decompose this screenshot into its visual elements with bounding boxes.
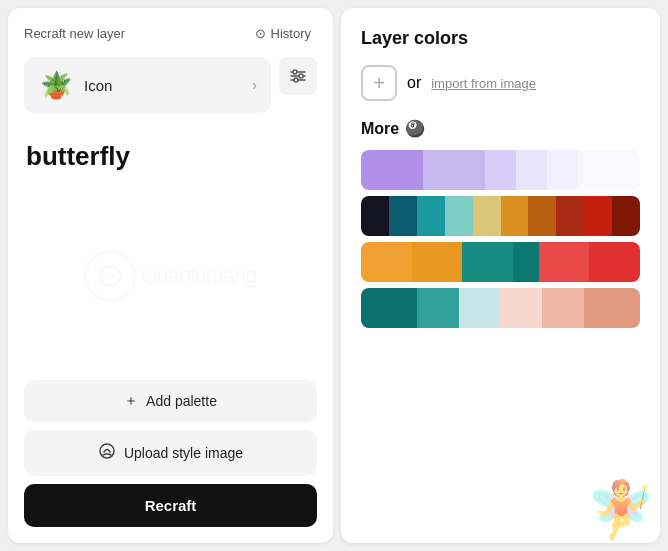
add-palette-button[interactable]: ＋ Add palette [24, 380, 317, 422]
swatch [445, 196, 473, 236]
swatch [578, 150, 640, 190]
swatch [584, 288, 640, 328]
right-panel: Layer colors + or import from image More… [341, 8, 660, 543]
selected-icon-label: Icon [84, 77, 112, 94]
history-icon: ⊙ [255, 26, 266, 41]
add-color-button[interactable]: + [361, 65, 397, 101]
palette-row[interactable] [361, 196, 640, 236]
swatch [473, 196, 501, 236]
swatch [547, 150, 578, 190]
add-color-row: + or import from image [361, 65, 640, 101]
swatch [612, 196, 640, 236]
chevron-right-icon: › [252, 77, 257, 93]
swatch [423, 150, 485, 190]
swatch [539, 242, 590, 282]
palette-row[interactable] [361, 242, 640, 282]
recraft-button[interactable]: Recraft [24, 484, 317, 527]
svg-point-9 [100, 444, 114, 458]
import-label: or [407, 74, 421, 92]
swatch [556, 196, 584, 236]
swatch [462, 242, 513, 282]
more-text: More [361, 120, 399, 138]
add-palette-icon: ＋ [124, 392, 138, 410]
recraft-label: Recraft [145, 497, 197, 514]
swatch [542, 288, 584, 328]
swatch [589, 242, 640, 282]
palette-row[interactable] [361, 150, 640, 190]
bottom-actions: ＋ Add palette Upload style image Recraft [24, 380, 317, 527]
icon-selector[interactable]: 🪴 Icon › [24, 57, 271, 113]
swatch [584, 196, 612, 236]
upload-style-label: Upload style image [124, 445, 243, 461]
watermark-icon [84, 250, 136, 302]
swatch [417, 196, 445, 236]
swatch [361, 288, 417, 328]
svg-point-5 [294, 78, 298, 82]
palette-grid [361, 150, 640, 328]
search-text: butterfly [24, 141, 317, 172]
watermark: Quantrimang [84, 250, 256, 302]
add-palette-label: Add palette [146, 393, 217, 409]
corner-decoration: 🧚 [586, 477, 656, 543]
swatch [459, 288, 501, 328]
more-label: More 🎱 [361, 119, 640, 138]
swatch [361, 150, 423, 190]
svg-point-4 [299, 74, 303, 78]
swatch [500, 288, 542, 328]
history-button[interactable]: ⊙ History [249, 24, 317, 43]
import-from-image-link[interactable]: import from image [431, 76, 536, 91]
swatch [528, 196, 556, 236]
watermark-area: Quantrimang [24, 182, 317, 370]
swatch [361, 242, 412, 282]
svg-point-3 [293, 70, 297, 74]
swatch [417, 288, 459, 328]
swatch [516, 150, 547, 190]
icon-selector-left: 🪴 Icon [38, 67, 112, 103]
swatch [513, 242, 538, 282]
panel-header: Recraft new layer ⊙ History [24, 24, 317, 43]
sliders-icon [289, 67, 307, 85]
panel-title: Recraft new layer [24, 26, 125, 41]
filter-button[interactable] [279, 57, 317, 95]
upload-icon [98, 442, 116, 464]
swatch [501, 196, 529, 236]
history-label: History [271, 26, 311, 41]
swatch [412, 242, 463, 282]
swatch [389, 196, 417, 236]
upload-style-button[interactable]: Upload style image [24, 430, 317, 476]
watermark-text: Quantrimang [140, 263, 256, 289]
selected-icon-emoji: 🪴 [38, 67, 74, 103]
left-panel: Recraft new layer ⊙ History 🪴 Icon › but [8, 8, 333, 543]
swatch [485, 150, 516, 190]
layer-colors-title: Layer colors [361, 28, 640, 49]
palette-row[interactable] [361, 288, 640, 328]
more-emoji: 🎱 [405, 119, 425, 138]
swatch [361, 196, 389, 236]
